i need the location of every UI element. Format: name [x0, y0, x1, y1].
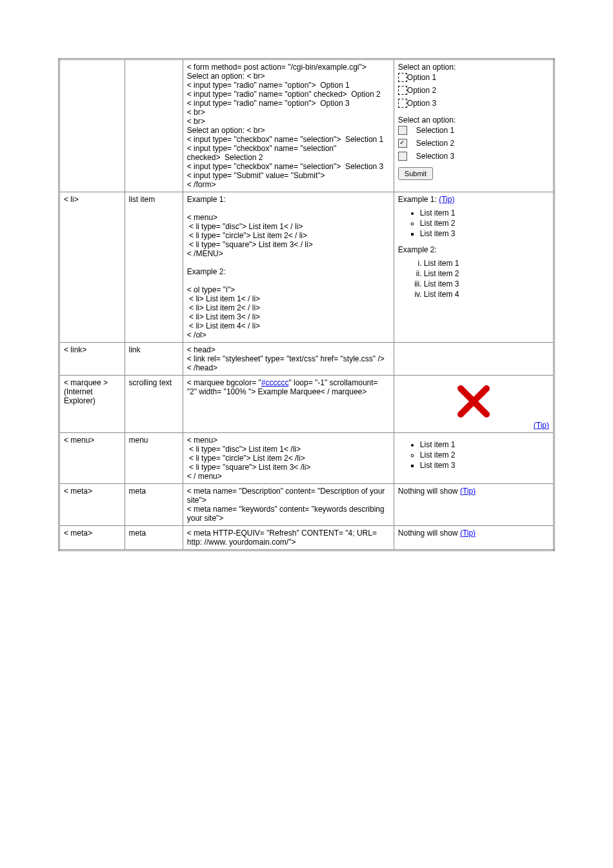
row-form: < form method= post action= "/cgi-bin/ex… — [59, 59, 554, 192]
checkbox-icon[interactable] — [398, 126, 407, 135]
row-link: < link> link < head> < link rel= "styles… — [59, 343, 554, 376]
cell-tag — [59, 59, 125, 192]
list-item: List item 3 — [420, 228, 549, 239]
list-item: List item 2 — [420, 218, 549, 228]
option-label: Option 3 — [407, 99, 436, 108]
row-meta-refresh: < meta> meta < meta HTTP-EQUIV= "Refresh… — [59, 526, 554, 550]
reference-table: < form method= post action= "/cgi-bin/ex… — [58, 58, 555, 551]
cell-tag: < marquee > (Internet Explorer) — [59, 376, 125, 433]
x-icon — [398, 382, 549, 421]
radio-icon[interactable] — [398, 99, 407, 108]
cell-preview: Nothing will show (Tip) — [394, 484, 554, 526]
list-item: List item 3 — [424, 279, 549, 289]
selection-label: Selection 2 — [416, 139, 454, 148]
checkbox-group-label: Select an option: — [398, 116, 456, 125]
selection-label: Selection 3 — [416, 152, 454, 161]
cell-code: < meta name= "Description" content= "Des… — [183, 484, 394, 526]
checkbox-icon[interactable] — [398, 139, 407, 148]
list-item: List item 2 — [420, 450, 549, 460]
cell-preview — [394, 343, 554, 376]
submit-button[interactable]: Submit — [398, 167, 433, 180]
example1-label: Example 1: — [398, 195, 437, 204]
cell-name: scrolling text — [125, 376, 183, 433]
cell-name: meta — [125, 526, 183, 550]
example2-label: Example 2: — [398, 245, 437, 254]
list-item: List item 1 — [424, 258, 549, 268]
cell-tag: < menu> — [59, 433, 125, 484]
list-item: List item 1 — [420, 439, 549, 450]
cell-code: < menu> < li type= "disc"> List item 1< … — [183, 433, 394, 484]
row-menu: < menu> menu < menu> < li type= "disc"> … — [59, 433, 554, 484]
cell-preview: List item 1 List item 2 List item 3 — [394, 433, 554, 484]
radio-group-label: Select an option: — [398, 63, 456, 72]
cell-name: list item — [125, 192, 183, 343]
option-label: Option 1 — [407, 73, 436, 82]
row-meta-desc: < meta> meta < meta name= "Description" … — [59, 484, 554, 526]
list-preview-2: List item 1 List item 2 List item 3 List… — [398, 258, 549, 299]
cell-name: link — [125, 343, 183, 376]
row-li: < li> list item Example 1: < menu> < li … — [59, 192, 554, 343]
cell-preview: Example 1: (Tip) List item 1 List item 2… — [394, 192, 554, 343]
color-link[interactable]: #cccccc — [261, 378, 289, 387]
option-label: Option 2 — [407, 86, 436, 95]
cell-tag: < link> — [59, 343, 125, 376]
tip-link[interactable]: (Tip) — [460, 487, 476, 496]
cell-code: Example 1: < menu> < li type= "disc"> Li… — [183, 192, 394, 343]
cell-tag: < meta> — [59, 526, 125, 550]
list-item: List item 4 — [424, 289, 549, 299]
checkbox-icon[interactable] — [398, 152, 407, 161]
cell-code: < meta HTTP-EQUIV= "Refresh" CONTENT= "4… — [183, 526, 394, 550]
cell-code: < head> < link rel= "stylesheet" type= "… — [183, 343, 394, 376]
radio-icon[interactable] — [398, 86, 407, 95]
tip-link[interactable]: (Tip) — [439, 195, 454, 204]
cell-name — [125, 59, 183, 192]
menu-list-preview: List item 1 List item 2 List item 3 — [398, 439, 549, 470]
row-marquee: < marquee > (Internet Explorer) scrollin… — [59, 376, 554, 433]
cell-name: menu — [125, 433, 183, 484]
cell-code: < form method= post action= "/cgi-bin/ex… — [183, 59, 394, 192]
cell-tag: < li> — [59, 192, 125, 343]
cell-preview: Select an option: Option 1 Option 2 Opti… — [394, 59, 554, 192]
cell-tag: < meta> — [59, 484, 125, 526]
tip-link[interactable]: (Tip) — [534, 421, 549, 430]
cell-name: meta — [125, 484, 183, 526]
list-item: List item 1 — [420, 208, 549, 218]
cell-preview: (Tip) — [394, 376, 554, 433]
radio-icon[interactable] — [398, 73, 407, 82]
cell-preview: Nothing will show (Tip) — [394, 526, 554, 550]
selection-label: Selection 1 — [416, 126, 454, 135]
list-preview-1: List item 1 List item 2 List item 3 — [398, 208, 549, 239]
tip-link[interactable]: (Tip) — [460, 529, 476, 538]
cell-code: < marquee bgcolor= "#cccccc" loop= "-1" … — [183, 376, 394, 433]
list-item: List item 2 — [424, 268, 549, 279]
list-item: List item 3 — [420, 460, 549, 470]
